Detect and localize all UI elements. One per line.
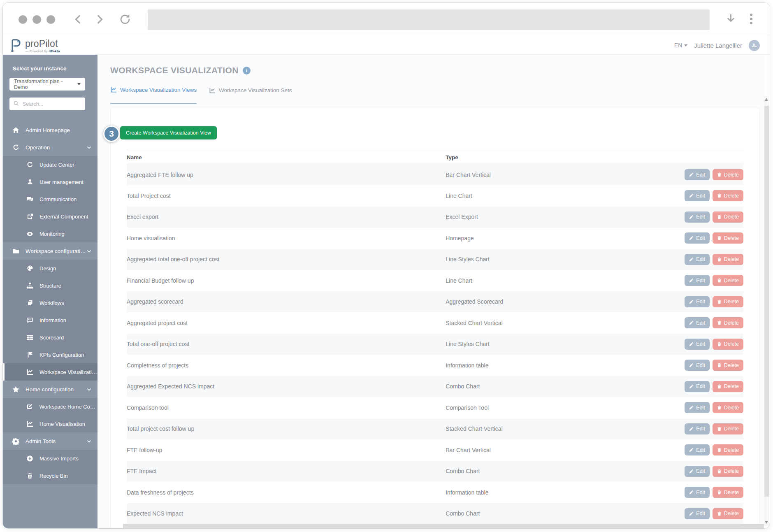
row-actions: EditDelete bbox=[685, 291, 743, 313]
delete-button[interactable]: Delete bbox=[713, 275, 743, 286]
delete-button[interactable]: Delete bbox=[713, 381, 743, 392]
avatar[interactable]: JL bbox=[749, 40, 760, 51]
language-selector[interactable]: EN bbox=[674, 42, 687, 49]
sidebar-item-communication[interactable]: Communication bbox=[3, 190, 97, 208]
delete-button[interactable]: Delete bbox=[713, 444, 743, 455]
sidebar-item-monitoring[interactable]: Monitoring bbox=[3, 225, 97, 242]
download-icon[interactable] bbox=[725, 13, 736, 26]
pencil-icon bbox=[689, 490, 694, 495]
table-row: Financial Budget follow upLine ChartEdit… bbox=[127, 270, 743, 291]
info-icon[interactable]: i bbox=[243, 67, 251, 74]
sidebar-item-operation[interactable]: Operation bbox=[3, 139, 97, 156]
edit-button[interactable]: Edit bbox=[685, 275, 710, 286]
browser-window: proPilot — Powered by dFakto EN Juliette… bbox=[2, 2, 770, 529]
trash-icon bbox=[717, 384, 722, 389]
copy-icon bbox=[26, 300, 34, 306]
delete-button[interactable]: Delete bbox=[713, 254, 743, 265]
delete-button[interactable]: Delete bbox=[713, 402, 743, 413]
edit-button[interactable]: Edit bbox=[685, 339, 710, 350]
back-icon[interactable] bbox=[73, 14, 84, 26]
search-icon bbox=[14, 100, 19, 108]
row-actions: EditDelete bbox=[685, 249, 743, 270]
vertical-scrollbar[interactable] bbox=[764, 96, 769, 526]
scroll-up-icon[interactable] bbox=[765, 98, 768, 101]
horizontal-scrollbar[interactable] bbox=[123, 524, 764, 528]
window-dot-icon bbox=[32, 15, 41, 24]
eye-icon bbox=[26, 230, 34, 237]
delete-button[interactable]: Delete bbox=[713, 296, 743, 307]
row-name: Total project cost follow up bbox=[127, 418, 446, 440]
edit-button[interactable]: Edit bbox=[685, 232, 710, 244]
delete-button[interactable]: Delete bbox=[713, 423, 743, 434]
edit-button[interactable]: Edit bbox=[685, 508, 710, 519]
sidebar-item-scorecard[interactable]: Scorecard bbox=[3, 329, 97, 346]
edit-button[interactable]: Edit bbox=[685, 444, 710, 455]
tab-label: Workspace Visualization Sets bbox=[219, 87, 292, 93]
delete-button[interactable]: Delete bbox=[713, 190, 743, 201]
edit-button[interactable]: Edit bbox=[685, 296, 710, 307]
search-input[interactable] bbox=[22, 101, 81, 107]
create-workspace-visualization-view-button[interactable]: Create Workspace Visualization View bbox=[120, 126, 217, 139]
sidebar-item-admin-tools[interactable]: Admin Tools bbox=[3, 432, 97, 450]
sidebar-item-workspace-home-conf[interactable]: Workspace Home Conf... bbox=[3, 398, 97, 415]
sidebar-item-design[interactable]: Design bbox=[3, 260, 97, 277]
edit-button[interactable]: Edit bbox=[685, 211, 710, 223]
edit-button[interactable]: Edit bbox=[685, 190, 710, 201]
tab-workspace-visualization-views[interactable]: Workspace Visualization Views bbox=[110, 86, 197, 104]
edit-button[interactable]: Edit bbox=[685, 423, 710, 434]
browser-menu-icon[interactable] bbox=[750, 14, 752, 24]
sidebar-item-label: Structure bbox=[39, 283, 61, 289]
sidebar-item-home-visualisation[interactable]: Home Visualisation bbox=[3, 415, 97, 432]
sidebar-item-massive-imports[interactable]: Massive Imports bbox=[3, 450, 97, 467]
scrollbar-thumb[interactable] bbox=[764, 106, 769, 497]
row-type: Aggregated Scorecard bbox=[446, 291, 685, 313]
sidebar-item-information[interactable]: Information bbox=[3, 311, 97, 329]
tab-workspace-visualization-sets[interactable]: Workspace Visualization Sets bbox=[209, 86, 292, 104]
refresh-icon[interactable] bbox=[119, 13, 131, 27]
sidebar-item-external-component[interactable]: External Component bbox=[3, 208, 97, 225]
sidebar-item-kpis-configuration[interactable]: KPIs Configuration bbox=[3, 346, 97, 363]
edit-button[interactable]: Edit bbox=[685, 487, 710, 498]
delete-button[interactable]: Delete bbox=[713, 211, 743, 223]
edit-button[interactable]: Edit bbox=[685, 381, 710, 392]
column-header-actions bbox=[685, 150, 743, 164]
sidebar-item-workflows[interactable]: Workflows bbox=[3, 294, 97, 311]
edit-button[interactable]: Edit bbox=[685, 360, 710, 371]
delete-button[interactable]: Delete bbox=[713, 466, 743, 477]
pencil-icon bbox=[689, 427, 694, 431]
delete-button[interactable]: Delete bbox=[713, 487, 743, 498]
sidebar-item-label: Workspace configuration bbox=[26, 248, 86, 254]
row-actions: EditDelete bbox=[685, 228, 743, 249]
edit-button[interactable]: Edit bbox=[685, 317, 710, 328]
table-row: Comparison toolComparison ToolEditDelete bbox=[127, 397, 743, 418]
forward-icon[interactable] bbox=[94, 14, 105, 26]
edit-button[interactable]: Edit bbox=[685, 402, 710, 413]
delete-button[interactable]: Delete bbox=[713, 317, 743, 328]
delete-button[interactable]: Delete bbox=[713, 339, 743, 350]
sidebar-item-workspace-configuration[interactable]: Workspace configuration bbox=[3, 242, 97, 260]
instance-select[interactable]: Transformation plan - Demo bbox=[9, 78, 85, 91]
chart-icon bbox=[110, 86, 117, 93]
sidebar-item-workspace-visualization[interactable]: Workspace Visualization bbox=[3, 363, 97, 381]
sidebar-item-structure[interactable]: Structure bbox=[3, 277, 97, 294]
sidebar-item-label: Home Visualisation bbox=[39, 421, 85, 427]
sidebar-item-update-center[interactable]: Update Center bbox=[3, 156, 97, 173]
sidebar-item-recycle-bin[interactable]: Recycle Bin bbox=[3, 467, 97, 484]
delete-button[interactable]: Delete bbox=[713, 232, 743, 244]
sync-icon bbox=[12, 144, 20, 151]
row-name: Aggregated scorecard bbox=[127, 291, 446, 313]
address-bar[interactable] bbox=[148, 9, 710, 30]
row-actions: EditDelete bbox=[685, 312, 743, 334]
sidebar-item-user-management[interactable]: User management bbox=[3, 173, 97, 190]
scroll-down-icon[interactable] bbox=[765, 521, 768, 524]
edit-button[interactable]: Edit bbox=[685, 466, 710, 477]
edit-button[interactable]: Edit bbox=[685, 169, 710, 180]
sidebar-item-admin-homepage[interactable]: Admin Homepage bbox=[3, 121, 97, 139]
delete-button[interactable]: Delete bbox=[713, 169, 743, 180]
row-type: Combo Chart bbox=[446, 503, 685, 525]
delete-button[interactable]: Delete bbox=[713, 360, 743, 371]
edit-button[interactable]: Edit bbox=[685, 254, 710, 265]
sidebar-item-home-configuration[interactable]: Home configuration bbox=[3, 381, 97, 398]
delete-button[interactable]: Delete bbox=[713, 508, 743, 519]
window-controls bbox=[19, 15, 55, 24]
